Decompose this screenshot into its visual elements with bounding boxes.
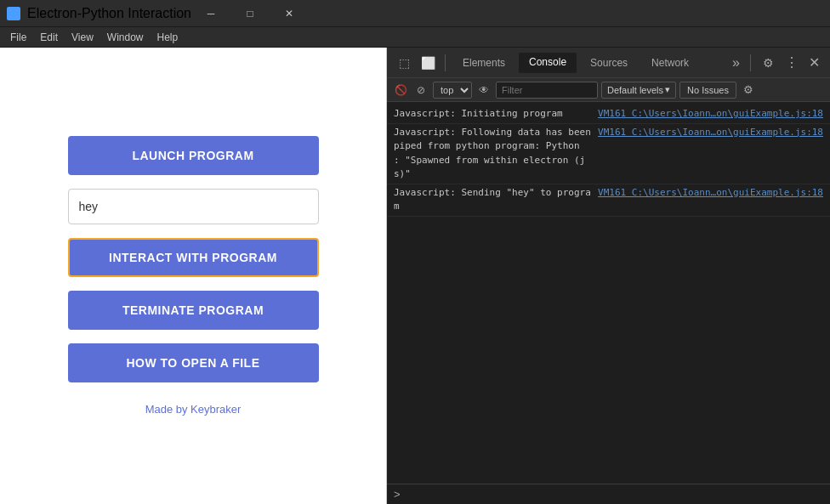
console-prompt: > <box>387 484 830 504</box>
filter-input[interactable] <box>496 82 598 99</box>
toolbar-separator-2 <box>750 54 751 71</box>
made-by-label: Made by Keybraker <box>145 403 242 416</box>
console-toolbar: 🚫 ⊘ top 👁 Default levels ▾ No Issues ⚙ <box>387 78 830 102</box>
console-message: Javascript: Sending "hey" to program <box>394 186 591 214</box>
console-message: Javascript: Initiating program <box>394 107 591 122</box>
devtools-more-dots[interactable]: ⋮ <box>782 53 802 72</box>
menu-window[interactable]: Window <box>100 30 151 45</box>
console-entry: Javascript: Following data has been pipe… <box>387 124 830 184</box>
device-toolbar-icon[interactable]: ⬜ <box>418 53 438 73</box>
devtools-panel: ⬚ ⬜ Elements Console Sources Network » ⚙… <box>387 48 830 504</box>
how-to-open-button[interactable]: HOW TO OPEN A FILE <box>68 343 319 382</box>
console-output: Javascript: Initiating programVM161 C:\U… <box>387 102 830 484</box>
console-entry: Javascript: Initiating programVM161 C:\U… <box>387 105 830 124</box>
app-icon <box>7 7 20 20</box>
left-panel: LAUNCH PROGRAM INTERACT WITH PROGRAM TER… <box>0 48 387 504</box>
console-eye-icon[interactable]: 👁 <box>475 82 492 99</box>
console-source-link[interactable]: VM161 C:\Users\Ioann…on\guiExample.js:18 <box>598 186 823 214</box>
devtools-close-button[interactable]: ✕ <box>805 53 823 72</box>
devtools-settings-icon[interactable]: ⚙ <box>758 53 778 73</box>
launch-program-button[interactable]: LAUNCH PROGRAM <box>68 136 319 175</box>
console-entry: Javascript: Sending "hey" to programVM16… <box>387 184 830 217</box>
terminate-program-button[interactable]: TERMINATE PROGRAM <box>68 291 319 330</box>
more-tabs-button[interactable]: » <box>729 54 743 72</box>
close-button[interactable]: ✕ <box>270 0 309 27</box>
inspect-element-icon[interactable]: ⬚ <box>394 53 414 73</box>
interact-program-button[interactable]: INTERACT WITH PROGRAM <box>68 238 319 277</box>
chevron-down-icon: ▾ <box>665 84 670 95</box>
input-field[interactable] <box>68 189 319 224</box>
context-select[interactable]: top <box>433 82 472 99</box>
console-stop-button[interactable]: ⊘ <box>412 82 429 99</box>
console-source-link[interactable]: VM161 C:\Users\Ioann…on\guiExample.js:18 <box>598 107 823 122</box>
menubar: File Edit View Window Help <box>0 27 830 48</box>
default-levels-label: Default levels <box>607 85 663 95</box>
devtools-toolbar: ⬚ ⬜ Elements Console Sources Network » ⚙… <box>387 48 830 78</box>
titlebar-controls: ─ □ ✕ <box>191 0 309 27</box>
minimize-button[interactable]: ─ <box>191 0 230 27</box>
maximize-button[interactable]: □ <box>230 0 270 27</box>
titlebar-title: Electron-Python Interaction <box>27 6 191 21</box>
console-message: Javascript: Following data has been pipe… <box>394 126 591 182</box>
console-settings-icon[interactable]: ⚙ <box>740 82 757 99</box>
devtools-toolbar-right: » ⚙ ⋮ ✕ <box>729 53 823 73</box>
console-caret: > <box>394 488 401 501</box>
titlebar: Electron-Python Interaction ─ □ ✕ <box>0 0 830 27</box>
tab-network[interactable]: Network <box>641 54 699 72</box>
console-source-link[interactable]: VM161 C:\Users\Ioann…on\guiExample.js:18 <box>598 126 823 182</box>
tab-sources[interactable]: Sources <box>580 54 638 72</box>
menu-file[interactable]: File <box>3 30 33 45</box>
main-content: LAUNCH PROGRAM INTERACT WITH PROGRAM TER… <box>0 48 830 504</box>
menu-edit[interactable]: Edit <box>33 30 65 45</box>
tab-console[interactable]: Console <box>519 53 577 73</box>
menu-help[interactable]: Help <box>151 30 185 45</box>
toolbar-separator <box>445 54 446 71</box>
default-levels-button[interactable]: Default levels ▾ <box>601 82 676 99</box>
tab-elements[interactable]: Elements <box>452 54 515 72</box>
console-clear-button[interactable]: 🚫 <box>392 82 409 99</box>
menu-view[interactable]: View <box>65 30 100 45</box>
no-issues-badge: No Issues <box>679 82 736 99</box>
